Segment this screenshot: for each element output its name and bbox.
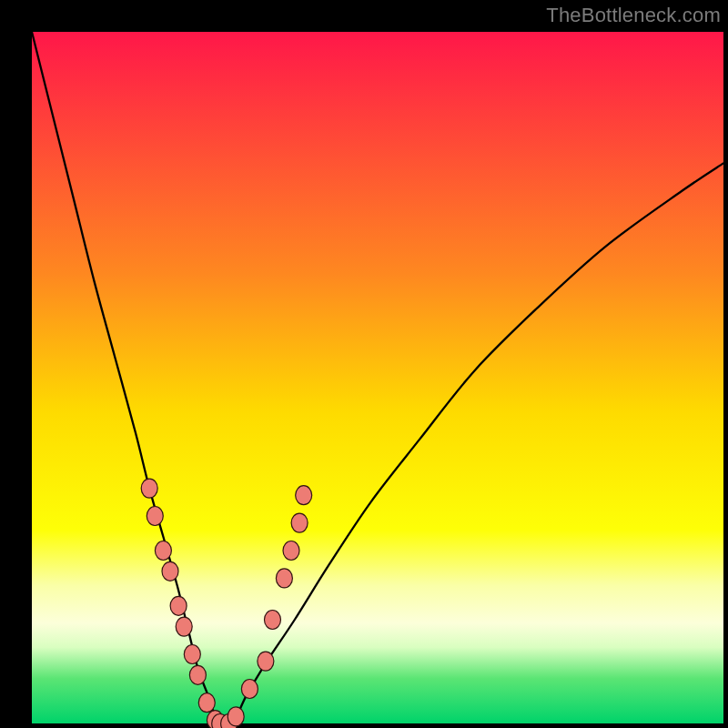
data-marker bbox=[141, 479, 157, 498]
bottleneck-chart bbox=[0, 0, 728, 728]
data-marker bbox=[184, 645, 200, 664]
data-marker bbox=[176, 617, 192, 636]
data-marker bbox=[228, 707, 244, 726]
data-marker bbox=[258, 652, 274, 671]
data-marker bbox=[170, 596, 187, 615]
data-marker bbox=[291, 513, 308, 532]
chart-stage: TheBottleneck.com bbox=[0, 0, 728, 728]
data-marker bbox=[241, 680, 258, 699]
data-marker bbox=[162, 561, 178, 581]
data-marker bbox=[296, 486, 312, 505]
watermark-text: TheBottleneck.com bbox=[546, 4, 721, 27]
plot-background bbox=[32, 32, 723, 723]
data-marker bbox=[147, 507, 163, 526]
data-marker bbox=[198, 693, 215, 713]
data-marker bbox=[155, 541, 171, 561]
data-marker bbox=[189, 665, 206, 684]
data-marker bbox=[264, 611, 280, 630]
data-marker bbox=[283, 541, 299, 561]
data-marker bbox=[276, 569, 292, 588]
